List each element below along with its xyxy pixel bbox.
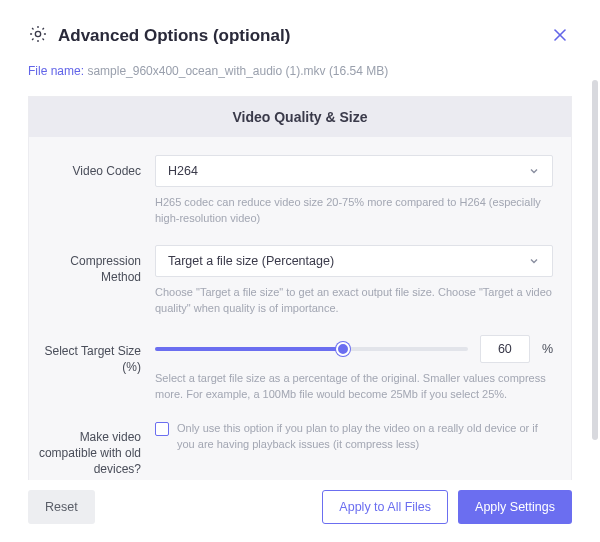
row-target-size: Select Target Size (%) % Select a target [37,335,553,403]
file-label: File name: [28,64,84,78]
compression-method-select[interactable]: Target a file size (Percentage) [155,245,553,277]
apply-settings-button[interactable]: Apply Settings [458,490,572,524]
gear-icon [28,24,48,48]
apply-all-button[interactable]: Apply to All Files [322,490,448,524]
modal-header: Advanced Options (optional) [28,24,572,48]
help-compression-method: Choose "Target a file size" to get an ex… [155,285,553,317]
label-compression-method: Compression Method [37,245,155,285]
card-title: Video Quality & Size [29,97,571,137]
chevron-down-icon [528,165,540,177]
reset-button[interactable]: Reset [28,490,95,524]
scrollbar[interactable] [592,80,598,440]
percent-suffix: % [542,342,553,356]
content-scroll: Video Quality & Size Video Codec H264 H2… [28,96,572,480]
modal-title: Advanced Options (optional) [58,26,290,46]
video-codec-value: H264 [168,164,198,178]
file-size: (16.54 MB) [329,64,388,78]
compat-checkbox[interactable] [155,422,169,436]
row-compat: Make video compatible with old devices? … [37,421,553,478]
card-body: Video Codec H264 H265 codec can reduce v… [29,137,571,480]
close-button[interactable] [548,24,572,48]
compression-method-value: Target a file size (Percentage) [168,254,334,268]
modal-footer: Reset Apply to All Files Apply Settings [28,480,572,524]
quality-size-card: Video Quality & Size Video Codec H264 H2… [28,96,572,480]
label-compat: Make video compatible with old devices? [37,421,155,478]
svg-point-0 [35,31,40,36]
help-compat: Only use this option if you plan to play… [177,421,553,453]
label-video-codec: Video Codec [37,155,155,179]
header-left: Advanced Options (optional) [28,24,290,48]
target-size-slider[interactable] [155,340,468,358]
slider-thumb[interactable] [336,342,350,356]
chevron-down-icon [528,255,540,267]
file-name: sample_960x400_ocean_with_audio (1).mkv [87,64,325,78]
video-codec-select[interactable]: H264 [155,155,553,187]
advanced-options-modal: Advanced Options (optional) File name: s… [0,0,600,542]
file-info: File name: sample_960x400_ocean_with_aud… [28,64,572,78]
slider-fill [155,347,343,351]
row-compression-method: Compression Method Target a file size (P… [37,245,553,317]
help-target-size: Select a target file size as a percentag… [155,371,553,403]
help-video-codec: H265 codec can reduce video size 20-75% … [155,195,553,227]
close-icon [552,25,568,47]
label-target-size: Select Target Size (%) [37,335,155,375]
target-size-input[interactable] [480,335,530,363]
footer-right: Apply to All Files Apply Settings [322,490,572,524]
row-video-codec: Video Codec H264 H265 codec can reduce v… [37,155,553,227]
